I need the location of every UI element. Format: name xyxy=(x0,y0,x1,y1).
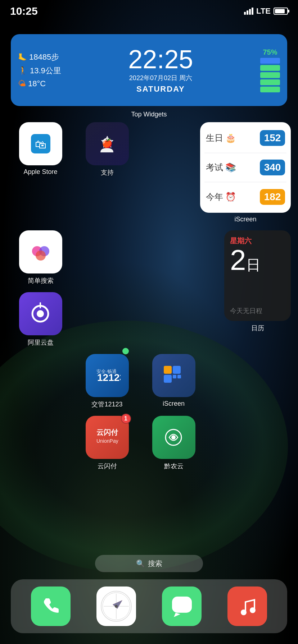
app-simple-search[interactable]: 简单搜索 xyxy=(7,230,74,285)
app-jiaoguang[interactable]: 12123 安全·畅通 交管12123 xyxy=(74,354,140,409)
search-icon: 🔍 xyxy=(136,559,145,568)
widget-center: 22:25 2022年07月02日 周六 SATURDAY xyxy=(128,46,193,94)
svg-rect-15 xyxy=(164,366,172,374)
distance-icon: 🚶 xyxy=(18,66,28,75)
svg-point-23 xyxy=(171,435,176,440)
battery-bar-4 xyxy=(260,79,280,85)
app-ali-cloud[interactable]: 阿里云盘 xyxy=(7,292,74,347)
signal-icon xyxy=(244,8,253,15)
calendar-day-row: 2 日 xyxy=(230,246,285,275)
lnynong-icon xyxy=(152,416,195,459)
widget-left: 🦶 18485步 🚶 13.9公里 🌤 18°C xyxy=(18,52,61,88)
exam-emoji: 📚 xyxy=(225,162,236,172)
app-support[interactable]: 🍎 支持 xyxy=(74,122,140,177)
app-grid: 🛍 Apple Store xyxy=(7,122,291,478)
iscreen-label-3: 今年 ⏰ xyxy=(206,191,236,203)
iscreen-app-label: iScreen xyxy=(163,400,185,408)
svg-point-30 xyxy=(115,605,118,608)
app-iscreen[interactable]: iScreen xyxy=(140,354,207,409)
iscreen-app-icon xyxy=(152,354,195,397)
svg-text:云闪付: 云闪付 xyxy=(96,428,118,436)
svg-point-33 xyxy=(250,607,256,613)
dock xyxy=(11,579,287,633)
svg-point-11 xyxy=(37,310,44,317)
calendar-no-event: 今天无日程 xyxy=(230,307,285,315)
year-text: 今年 xyxy=(206,191,223,203)
year-emoji: ⏰ xyxy=(225,192,236,202)
simple-search-label: 简单搜索 xyxy=(28,276,54,285)
support-icon: 🍎 xyxy=(86,122,129,165)
iscreen-widget: 生日 🎂 152 考试 📚 340 xyxy=(200,122,291,213)
search-bar[interactable]: 🔍 搜索 xyxy=(95,555,203,572)
calendar-widget: 星期六 2 日 今天无日程 xyxy=(224,230,291,321)
support-label: 支持 xyxy=(101,168,114,177)
temperature: 18°C xyxy=(28,79,46,88)
battery-bar-3 xyxy=(260,72,280,78)
svg-text:UnionPay: UnionPay xyxy=(96,438,118,444)
birthday-emoji: 🎂 xyxy=(225,133,236,143)
apple-store-label: Apple Store xyxy=(23,168,57,176)
dock-phone[interactable] xyxy=(31,586,71,626)
calendar-day-suffix: 日 xyxy=(246,258,261,272)
top-widget[interactable]: 🦶 18485步 🚶 13.9公里 🌤 18°C 22:25 2022年07月0… xyxy=(11,34,287,106)
battery-bar-2 xyxy=(260,65,280,71)
app-row-2: 简单搜索 阿里云盘 星期六 2 日 xyxy=(7,230,291,347)
iscreen-widget-label: iScreen xyxy=(200,216,291,223)
svg-rect-31 xyxy=(172,597,192,613)
simple-search-icon xyxy=(19,230,62,273)
widget-battery: 75% xyxy=(260,48,280,92)
status-bar: 10:25 LTE xyxy=(0,0,298,18)
svg-text:🛍: 🛍 xyxy=(35,138,46,151)
svg-text:🍎: 🍎 xyxy=(102,138,113,148)
exam-count: 340 xyxy=(260,160,285,175)
dock-messages[interactable] xyxy=(162,586,202,626)
ali-cloud-label: 阿里云盘 xyxy=(28,338,54,347)
svg-point-32 xyxy=(241,610,247,615)
iscreen-label-2: 考试 📚 xyxy=(206,162,236,173)
widget-steps: 🦶 18485步 xyxy=(18,52,61,63)
calendar-label: 日历 xyxy=(251,324,264,332)
dock-music[interactable] xyxy=(227,586,267,626)
iscreen-widget-container[interactable]: 生日 🎂 152 考试 📚 340 xyxy=(200,122,291,223)
battery-percent: 75% xyxy=(263,48,277,56)
app-yunshan[interactable]: 云闪付 UnionPay 1 云闪付 xyxy=(74,416,140,470)
status-time: 10:25 xyxy=(10,5,38,17)
app-col-left: 简单搜索 阿里云盘 xyxy=(7,230,74,347)
steps-icon: 🦶 xyxy=(18,53,27,61)
calendar-widget-container[interactable]: 星期六 2 日 今天无日程 日历 xyxy=(224,230,291,332)
widget-day: SATURDAY xyxy=(128,84,193,94)
iscreen-row-1: 生日 🎂 152 xyxy=(204,126,286,150)
widget-clock: 22:25 xyxy=(128,46,193,72)
svg-rect-18 xyxy=(177,375,181,378)
yunshan-icon: 云闪付 UnionPay 1 xyxy=(86,416,129,459)
app-row-3: 12123 安全·畅通 交管12123 iScreen xyxy=(7,354,291,409)
birthday-text: 生日 xyxy=(206,132,223,144)
jiaoguang-icon: 12123 安全·畅通 xyxy=(86,354,129,397)
app-apple-store[interactable]: 🛍 Apple Store xyxy=(7,122,74,176)
svg-rect-17 xyxy=(173,375,176,378)
dock-safari[interactable] xyxy=(96,586,136,626)
app-row-4: 云闪付 UnionPay 1 云闪付 黔农云 xyxy=(7,416,291,470)
distance-value: 13.9公里 xyxy=(30,65,61,76)
iscreen-row-3: 今年 ⏰ 182 xyxy=(204,185,286,208)
app-lnynong[interactable]: 黔农云 xyxy=(140,416,207,470)
svg-point-9 xyxy=(36,250,46,261)
widget-distance: 🚶 13.9公里 xyxy=(18,65,61,76)
online-indicator xyxy=(122,348,129,354)
status-right: LTE xyxy=(244,6,288,16)
calendar-day: 2 xyxy=(230,246,246,275)
yunshan-badge: 1 xyxy=(121,414,131,424)
search-text: 搜索 xyxy=(148,559,162,569)
battery-fill xyxy=(275,9,285,13)
network-type: LTE xyxy=(256,6,271,16)
iscreen-row-2: 考试 📚 340 xyxy=(204,156,286,179)
widget-weather: 🌤 18°C xyxy=(18,79,61,88)
svg-rect-19 xyxy=(164,375,172,383)
battery-bar-5 xyxy=(260,87,280,92)
battery-icon xyxy=(274,8,288,15)
widget-date: 2022年07月02日 周六 xyxy=(128,74,193,82)
svg-text:安全·畅通: 安全·畅通 xyxy=(96,369,117,374)
yunshan-label: 云闪付 xyxy=(98,462,117,470)
battery-bar-1 xyxy=(260,58,280,64)
steps-count: 18485步 xyxy=(29,52,59,63)
